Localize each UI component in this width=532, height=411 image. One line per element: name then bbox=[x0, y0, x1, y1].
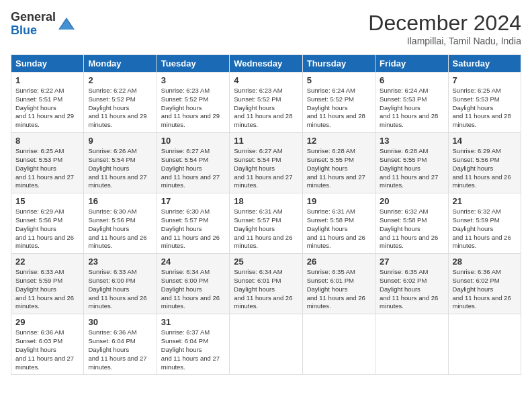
day-number: 21 bbox=[453, 196, 517, 206]
col-friday: Friday bbox=[375, 55, 448, 73]
day-number: 26 bbox=[307, 257, 371, 267]
day-number: 30 bbox=[88, 317, 152, 327]
day-number: 22 bbox=[15, 257, 79, 267]
table-row: 25Sunrise: 6:34 AMSunset: 6:01 PMDayligh… bbox=[230, 254, 302, 314]
table-row: 10Sunrise: 6:27 AMSunset: 5:54 PMDayligh… bbox=[157, 133, 229, 193]
calendar-week-row: 1Sunrise: 6:22 AMSunset: 5:51 PMDaylight… bbox=[11, 73, 521, 133]
table-row: 24Sunrise: 6:34 AMSunset: 6:00 PMDayligh… bbox=[157, 254, 229, 314]
day-number: 28 bbox=[453, 257, 517, 267]
day-number: 25 bbox=[234, 257, 298, 267]
day-number: 9 bbox=[88, 136, 152, 146]
table-row: 18Sunrise: 6:31 AMSunset: 5:57 PMDayligh… bbox=[230, 193, 302, 254]
day-number: 16 bbox=[88, 196, 152, 206]
table-row: 7Sunrise: 6:25 AMSunset: 5:53 PMDaylight… bbox=[448, 73, 521, 133]
day-info: Sunrise: 6:23 AMSunset: 5:52 PMDaylight … bbox=[234, 87, 298, 130]
logo-icon bbox=[57, 15, 76, 34]
day-info: Sunrise: 6:25 AMSunset: 5:53 PMDaylight … bbox=[15, 147, 79, 190]
day-number: 19 bbox=[307, 196, 371, 206]
table-row: 29Sunrise: 6:36 AMSunset: 6:03 PMDayligh… bbox=[11, 314, 84, 375]
day-number: 5 bbox=[307, 75, 371, 85]
day-number: 11 bbox=[234, 136, 298, 146]
day-info: Sunrise: 6:25 AMSunset: 5:53 PMDaylight … bbox=[453, 87, 517, 130]
day-number: 18 bbox=[234, 196, 298, 206]
table-row: 22Sunrise: 6:33 AMSunset: 5:59 PMDayligh… bbox=[11, 254, 84, 314]
day-number: 27 bbox=[380, 257, 443, 267]
day-info: Sunrise: 6:24 AMSunset: 5:52 PMDaylight … bbox=[307, 87, 371, 130]
table-row: 13Sunrise: 6:28 AMSunset: 5:55 PMDayligh… bbox=[375, 133, 448, 193]
day-info: Sunrise: 6:35 AMSunset: 6:01 PMDaylight … bbox=[307, 268, 371, 311]
day-info: Sunrise: 6:31 AMSunset: 5:57 PMDaylight … bbox=[234, 208, 298, 250]
logo-general-text: General bbox=[11, 11, 56, 24]
day-info: Sunrise: 6:33 AMSunset: 6:00 PMDaylight … bbox=[88, 268, 152, 311]
day-number: 17 bbox=[161, 196, 225, 206]
day-info: Sunrise: 6:31 AMSunset: 5:58 PMDaylight … bbox=[307, 208, 371, 250]
col-saturday: Saturday bbox=[448, 55, 521, 73]
table-row: 5Sunrise: 6:24 AMSunset: 5:52 PMDaylight… bbox=[302, 73, 375, 133]
day-info: Sunrise: 6:28 AMSunset: 5:55 PMDaylight … bbox=[307, 147, 371, 190]
logo: General Blue bbox=[11, 11, 76, 38]
col-thursday: Thursday bbox=[302, 55, 375, 73]
day-info: Sunrise: 6:26 AMSunset: 5:54 PMDaylight … bbox=[88, 147, 152, 190]
col-sunday: Sunday bbox=[11, 55, 84, 73]
table-row: 27Sunrise: 6:35 AMSunset: 6:02 PMDayligh… bbox=[375, 254, 448, 314]
table-row: 1Sunrise: 6:22 AMSunset: 5:51 PMDaylight… bbox=[11, 73, 84, 133]
table-row: 8Sunrise: 6:25 AMSunset: 5:53 PMDaylight… bbox=[11, 133, 84, 193]
table-row: 6Sunrise: 6:24 AMSunset: 5:53 PMDaylight… bbox=[375, 73, 448, 133]
day-number: 3 bbox=[161, 75, 225, 85]
table-row: 28Sunrise: 6:36 AMSunset: 6:02 PMDayligh… bbox=[448, 254, 521, 314]
day-info: Sunrise: 6:27 AMSunset: 5:54 PMDaylight … bbox=[234, 147, 298, 190]
page-header: General Blue December 2024 Ilampillai, T… bbox=[11, 11, 521, 46]
col-wednesday: Wednesday bbox=[230, 55, 302, 73]
day-info: Sunrise: 6:28 AMSunset: 5:55 PMDaylight … bbox=[380, 147, 443, 190]
table-row: 20Sunrise: 6:32 AMSunset: 5:58 PMDayligh… bbox=[375, 193, 448, 254]
table-row: 12Sunrise: 6:28 AMSunset: 5:55 PMDayligh… bbox=[302, 133, 375, 193]
table-row: 9Sunrise: 6:26 AMSunset: 5:54 PMDaylight… bbox=[84, 133, 157, 193]
calendar-table: Sunday Monday Tuesday Wednesday Thursday… bbox=[11, 54, 521, 375]
day-number: 15 bbox=[15, 196, 79, 206]
day-info: Sunrise: 6:35 AMSunset: 6:02 PMDaylight … bbox=[380, 268, 443, 311]
table-row: 14Sunrise: 6:29 AMSunset: 5:56 PMDayligh… bbox=[448, 133, 521, 193]
table-row: 16Sunrise: 6:30 AMSunset: 5:56 PMDayligh… bbox=[84, 193, 157, 254]
day-number: 23 bbox=[88, 257, 152, 267]
day-info: Sunrise: 6:34 AMSunset: 6:00 PMDaylight … bbox=[161, 268, 225, 311]
title-block: December 2024 Ilampillai, Tamil Nadu, In… bbox=[368, 11, 521, 46]
table-row: 30Sunrise: 6:36 AMSunset: 6:04 PMDayligh… bbox=[84, 314, 157, 375]
day-number: 7 bbox=[453, 75, 517, 85]
day-number: 24 bbox=[161, 257, 225, 267]
day-number: 2 bbox=[88, 75, 152, 85]
table-row bbox=[448, 314, 521, 375]
table-row: 3Sunrise: 6:23 AMSunset: 5:52 PMDaylight… bbox=[157, 73, 229, 133]
table-row bbox=[375, 314, 448, 375]
table-row bbox=[302, 314, 375, 375]
day-info: Sunrise: 6:36 AMSunset: 6:03 PMDaylight … bbox=[15, 328, 79, 371]
day-info: Sunrise: 6:36 AMSunset: 6:04 PMDaylight … bbox=[88, 328, 152, 371]
table-row bbox=[230, 314, 302, 375]
day-info: Sunrise: 6:29 AMSunset: 5:56 PMDaylight … bbox=[15, 208, 79, 250]
day-number: 14 bbox=[453, 136, 517, 146]
table-row: 23Sunrise: 6:33 AMSunset: 6:00 PMDayligh… bbox=[84, 254, 157, 314]
location-text: Ilampillai, Tamil Nadu, India bbox=[368, 36, 521, 46]
day-number: 10 bbox=[161, 136, 225, 146]
table-row: 15Sunrise: 6:29 AMSunset: 5:56 PMDayligh… bbox=[11, 193, 84, 254]
day-number: 13 bbox=[380, 136, 443, 146]
day-info: Sunrise: 6:32 AMSunset: 5:59 PMDaylight … bbox=[453, 208, 517, 250]
day-number: 8 bbox=[15, 136, 79, 146]
table-row: 31Sunrise: 6:37 AMSunset: 6:04 PMDayligh… bbox=[157, 314, 229, 375]
day-info: Sunrise: 6:23 AMSunset: 5:52 PMDaylight … bbox=[161, 87, 225, 130]
day-info: Sunrise: 6:30 AMSunset: 5:57 PMDaylight … bbox=[161, 208, 225, 250]
day-info: Sunrise: 6:29 AMSunset: 5:56 PMDaylight … bbox=[453, 147, 517, 190]
day-info: Sunrise: 6:33 AMSunset: 5:59 PMDaylight … bbox=[15, 268, 79, 311]
table-row: 17Sunrise: 6:30 AMSunset: 5:57 PMDayligh… bbox=[157, 193, 229, 254]
day-info: Sunrise: 6:30 AMSunset: 5:56 PMDaylight … bbox=[88, 208, 152, 250]
day-number: 12 bbox=[307, 136, 371, 146]
day-info: Sunrise: 6:36 AMSunset: 6:02 PMDaylight … bbox=[453, 268, 517, 311]
logo-blue-text: Blue bbox=[11, 24, 56, 38]
day-number: 1 bbox=[15, 75, 79, 85]
day-number: 20 bbox=[380, 196, 443, 206]
day-info: Sunrise: 6:22 AMSunset: 5:51 PMDaylight … bbox=[15, 87, 79, 130]
table-row: 19Sunrise: 6:31 AMSunset: 5:58 PMDayligh… bbox=[302, 193, 375, 254]
calendar-week-row: 8Sunrise: 6:25 AMSunset: 5:53 PMDaylight… bbox=[11, 133, 521, 193]
calendar-week-row: 15Sunrise: 6:29 AMSunset: 5:56 PMDayligh… bbox=[11, 193, 521, 254]
day-info: Sunrise: 6:24 AMSunset: 5:53 PMDaylight … bbox=[380, 87, 443, 130]
col-tuesday: Tuesday bbox=[157, 55, 229, 73]
